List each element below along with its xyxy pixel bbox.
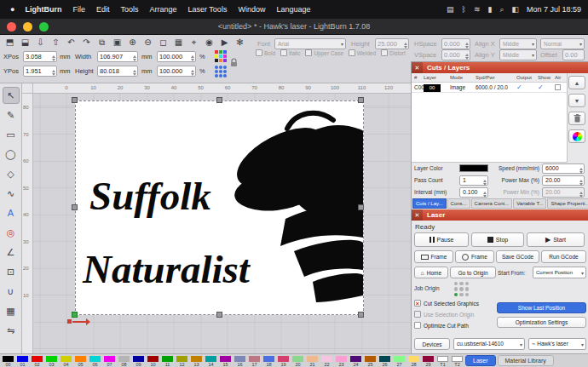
palette-color-15[interactable]: 15 bbox=[218, 354, 233, 367]
home-button[interactable]: ⌂ Home bbox=[414, 267, 448, 278]
palette-color-06[interactable]: 06 bbox=[88, 354, 102, 367]
layer-color-swatch[interactable] bbox=[459, 164, 488, 172]
zoom-out-icon[interactable]: ⊖ bbox=[142, 37, 153, 48]
redo-icon[interactable]: ↷ bbox=[81, 37, 92, 48]
text-height-input[interactable]: 25.000 bbox=[375, 38, 409, 49]
start-button[interactable]: ▶ Start bbox=[527, 232, 585, 247]
palette-color-T2[interactable]: T2 bbox=[450, 354, 464, 367]
layer-output-checkbox[interactable]: ✓ bbox=[516, 83, 522, 91]
layer-delete-button[interactable] bbox=[568, 112, 585, 125]
open-icon[interactable]: ⬒ bbox=[4, 37, 15, 48]
menu-edit[interactable]: Edit bbox=[96, 5, 110, 14]
save-gcode-button[interactable]: Save GCode bbox=[496, 250, 539, 263]
close-icon[interactable]: ✕ bbox=[412, 209, 423, 221]
goto-origin-button[interactable]: Go to Origin bbox=[450, 267, 496, 278]
weld-shapes-tool[interactable]: ∪ bbox=[3, 283, 20, 300]
menu-language[interactable]: Language bbox=[276, 5, 310, 14]
palette-color-26[interactable]: 26 bbox=[378, 354, 392, 367]
dock-tab-camera-cont[interactable]: Camera Cont... bbox=[471, 198, 513, 209]
job-origin-selector[interactable] bbox=[454, 282, 469, 296]
measure-tool[interactable]: ∠ bbox=[3, 244, 20, 261]
ypos-input[interactable]: 1.951 bbox=[23, 66, 57, 77]
palette-color-17[interactable]: 17 bbox=[247, 354, 262, 367]
palette-color-04[interactable]: 04 bbox=[59, 354, 73, 367]
palette-color-00[interactable]: 00 bbox=[1, 354, 15, 367]
palette-color-11[interactable]: 11 bbox=[160, 354, 175, 367]
dock-tab-cuts-lay[interactable]: Cuts / Lay... bbox=[412, 198, 447, 209]
close-icon[interactable]: ✕ bbox=[412, 62, 423, 73]
grid-snap-icon[interactable]: ▦ bbox=[173, 37, 184, 48]
export-icon[interactable]: ⇧ bbox=[50, 37, 61, 48]
aspect-lock-icon[interactable] bbox=[230, 55, 238, 71]
object-snap-icon[interactable]: ⌖ bbox=[188, 37, 199, 48]
show-last-position-button[interactable]: Show Last Position bbox=[497, 302, 586, 313]
vspace-input[interactable]: 0.000 bbox=[441, 49, 470, 60]
layer-up-button[interactable]: ▲ bbox=[568, 76, 585, 89]
palette-color-19[interactable]: 19 bbox=[276, 354, 291, 367]
palette-color-07[interactable]: 07 bbox=[102, 354, 117, 367]
menu-arrange[interactable]: Arrange bbox=[149, 5, 176, 14]
palette-grid-icon[interactable] bbox=[215, 50, 227, 62]
palette-color-23[interactable]: 23 bbox=[334, 354, 349, 367]
power-max-input[interactable]: 20.00 bbox=[542, 175, 585, 186]
layer-air-checkbox[interactable] bbox=[555, 84, 561, 90]
canvas-workspace[interactable]: Suffolk Naturalist bbox=[22, 83, 411, 353]
layer-row[interactable]: C00 00 Image 6000.0 / 20.0 ✓ ✓ bbox=[412, 83, 567, 93]
work-area[interactable]: Suffolk Naturalist bbox=[22, 83, 411, 353]
bluetooth-icon[interactable]: ᛒ bbox=[461, 5, 465, 14]
palette-color-27[interactable]: 27 bbox=[392, 354, 406, 367]
menu-laser-tools[interactable]: Laser Tools bbox=[188, 5, 228, 14]
mirror-tool[interactable]: ⇋ bbox=[3, 322, 20, 339]
palette-color-20[interactable]: 20 bbox=[291, 354, 305, 367]
width-input[interactable]: 106.907 bbox=[97, 51, 138, 62]
rectangle-tool[interactable]: ▭ bbox=[3, 126, 20, 143]
palette-color-18[interactable]: 18 bbox=[262, 354, 276, 367]
align-x-combo[interactable]: Middle bbox=[499, 38, 537, 49]
wifi-icon[interactable]: ≋ bbox=[474, 5, 481, 14]
height-input[interactable]: 80.018 bbox=[97, 66, 138, 77]
port-combo[interactable]: cu.usbserial-14610 bbox=[453, 338, 525, 350]
palette-color-05[interactable]: 05 bbox=[73, 354, 88, 367]
layer-show-checkbox[interactable]: ✓ bbox=[538, 83, 544, 91]
menu-lightburn[interactable]: LightBurn bbox=[25, 5, 61, 14]
device-combo[interactable]: ⌁Hawk's laser bbox=[528, 338, 586, 350]
palette-color-03[interactable]: 03 bbox=[44, 354, 59, 367]
palette-color-24[interactable]: 24 bbox=[349, 354, 363, 367]
frame-rubber-button[interactable]: Frame bbox=[455, 250, 494, 263]
fit-view-icon[interactable]: ◻ bbox=[158, 37, 169, 48]
checkbox-welded[interactable]: Welded bbox=[349, 49, 376, 56]
height-scale-input[interactable]: 100.000 bbox=[157, 66, 196, 77]
battery-icon[interactable]: ▮ bbox=[487, 5, 492, 14]
layer-color-chip[interactable]: 00 bbox=[424, 84, 441, 92]
bottom-tab-laser[interactable]: Laser bbox=[465, 355, 496, 366]
menu-file[interactable]: File bbox=[72, 5, 85, 14]
palette-color-10[interactable]: 10 bbox=[146, 354, 160, 367]
use-selection-origin-checkbox[interactable]: Use Selection Origin bbox=[414, 311, 474, 318]
selection-handle-se[interactable] bbox=[358, 312, 364, 318]
camera-icon[interactable]: ◉ bbox=[204, 37, 215, 48]
job-origin-handle[interactable] bbox=[72, 312, 78, 318]
font-combo[interactable]: Arial bbox=[274, 38, 346, 49]
pause-button[interactable]: Pause bbox=[414, 232, 469, 247]
frame-rect-button[interactable]: Frame bbox=[414, 250, 453, 263]
palette-color-01[interactable]: 01 bbox=[15, 354, 30, 367]
pass-count-input[interactable]: 1 bbox=[459, 175, 488, 186]
run-gcode-button[interactable]: Run GCode bbox=[541, 250, 586, 263]
palette-color-28[interactable]: 28 bbox=[406, 354, 421, 367]
paste-icon[interactable]: ▣ bbox=[112, 37, 123, 48]
control-center-icon[interactable]: ◧ bbox=[511, 5, 519, 14]
palette-color-16[interactable]: 16 bbox=[233, 354, 247, 367]
save-icon[interactable]: ⬓ bbox=[20, 37, 31, 48]
bottom-tab-material-library[interactable]: Material Library bbox=[498, 355, 554, 366]
checkbox-italic[interactable]: Italic bbox=[280, 49, 300, 56]
offset-shapes-tool[interactable]: ⊡ bbox=[3, 263, 20, 280]
dock-tab-variable-t[interactable]: Variable T... bbox=[513, 198, 546, 209]
selection-handle-w[interactable] bbox=[72, 204, 78, 210]
align-y-combo[interactable]: Middle bbox=[499, 49, 537, 60]
xpos-input[interactable]: 3.058 bbox=[23, 51, 57, 62]
optimize-cut-path-checkbox[interactable]: Optimize Cut Path bbox=[414, 322, 469, 329]
checkbox-distort[interactable]: Distort bbox=[381, 49, 406, 56]
selection-handle-e[interactable] bbox=[358, 204, 364, 210]
undo-icon[interactable]: ↶ bbox=[66, 37, 77, 48]
palette-color-09[interactable]: 09 bbox=[131, 354, 146, 367]
